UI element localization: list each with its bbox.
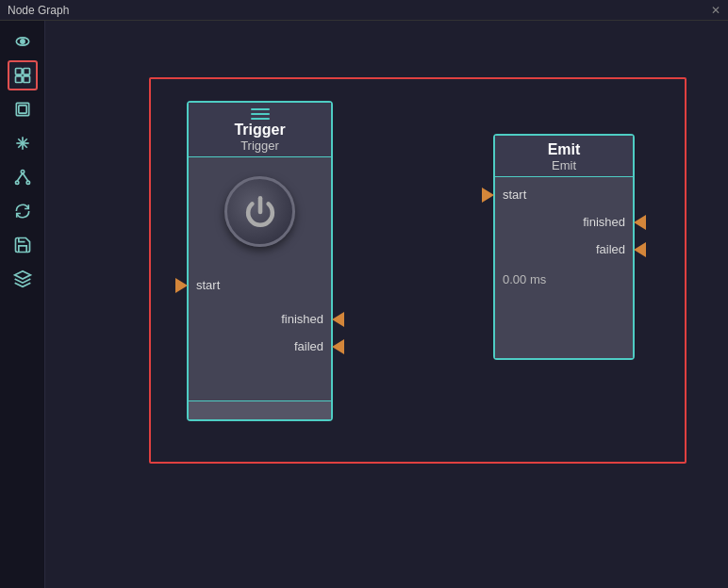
trigger-node: Trigger Trigger start — [187, 101, 333, 421]
svg-rect-4 — [15, 76, 22, 83]
trigger-start-label: start — [196, 278, 220, 292]
trigger-node-title: Trigger — [198, 122, 322, 139]
refresh-icon[interactable] — [8, 196, 38, 226]
emit-output-failed[interactable]: failed — [495, 239, 633, 259]
emit-node-title: Emit — [505, 141, 623, 158]
eye-icon[interactable] — [8, 26, 38, 57]
power-button[interactable] — [224, 176, 295, 247]
trigger-input-start[interactable]: start — [189, 275, 331, 295]
emit-finished-label: finished — [583, 215, 625, 229]
sidebar — [0, 21, 45, 588]
trigger-failed-label: failed — [294, 339, 323, 353]
trigger-finished-label: finished — [281, 312, 323, 326]
save-icon[interactable] — [8, 230, 38, 260]
canvas-area: Trigger Trigger start — [45, 21, 728, 588]
svg-line-16 — [23, 173, 28, 181]
emit-output-finished[interactable]: finished — [495, 212, 633, 232]
emit-input-start[interactable]: start — [495, 185, 633, 204]
svg-marker-17 — [14, 271, 30, 279]
svg-rect-3 — [23, 69, 29, 75]
svg-rect-7 — [18, 106, 25, 113]
layers2-icon[interactable] — [8, 264, 38, 294]
trigger-output-failed[interactable]: failed — [189, 336, 331, 356]
svg-rect-5 — [23, 76, 29, 83]
title-bar: Node Graph ✕ — [0, 0, 728, 21]
svg-point-14 — [26, 181, 29, 184]
emit-node: Emit Emit start finished failed — [493, 134, 635, 360]
asterisk-icon[interactable] — [8, 128, 38, 158]
emit-failed-label: failed — [596, 242, 625, 256]
trigger-node-subtitle: Trigger — [198, 139, 322, 153]
emit-start-label: start — [503, 188, 526, 202]
trigger-output-finished[interactable]: finished — [189, 309, 331, 329]
window-title: Node Graph — [8, 4, 69, 17]
close-icon[interactable]: ✕ — [711, 4, 720, 17]
svg-rect-2 — [15, 69, 22, 75]
svg-line-15 — [17, 173, 23, 181]
svg-point-12 — [21, 171, 24, 173]
emit-node-subtitle: Emit — [505, 158, 623, 172]
svg-point-13 — [15, 181, 18, 184]
svg-point-1 — [20, 40, 24, 43]
timing-display: 0.00 ms — [495, 269, 633, 290]
hierarchy-icon[interactable] — [8, 162, 38, 192]
layers-icon[interactable] — [8, 94, 38, 124]
grid-icon[interactable] — [8, 60, 38, 90]
